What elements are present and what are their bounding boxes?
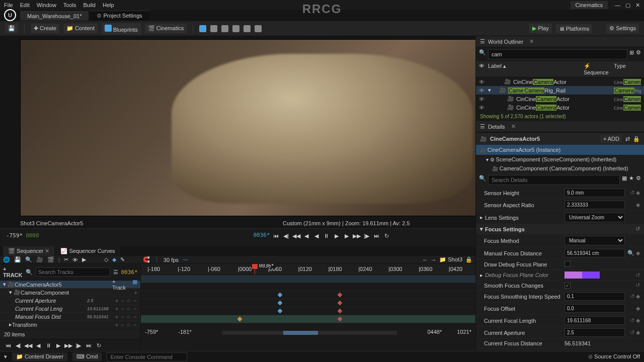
step-fwd-key-icon[interactable]: |▶ [363, 232, 371, 240]
seq-nav-fwd-icon[interactable]: → [431, 257, 436, 263]
lane-actor[interactable] [141, 275, 475, 283]
menu-edit[interactable]: Edit [20, 2, 30, 8]
blueprints-button[interactable]: Blueprints [102, 23, 141, 34]
outliner-search-input[interactable] [488, 49, 627, 59]
content-drawer-button[interactable]: 📁 Content Drawer [12, 352, 67, 361]
grid-icon[interactable]: ▦ [622, 175, 627, 185]
seq-step-back-icon[interactable]: ◀◀ [24, 341, 32, 349]
brush-icon[interactable] [255, 25, 262, 32]
details-browse-icon[interactable]: ⇄ [625, 136, 630, 142]
cmd-button[interactable]: ⌨ Cmd [72, 352, 102, 361]
seq-render-icon[interactable]: 🎬 [47, 256, 54, 263]
prev-frame-icon[interactable]: ◀ [302, 232, 310, 240]
source-control-status[interactable]: ⊘ Source Control Off [588, 353, 640, 360]
seq-filter-icon[interactable]: ☰ [113, 269, 118, 276]
play-reverse-icon[interactable]: ◀ [312, 232, 320, 240]
sensor-ar-input[interactable] [565, 201, 625, 209]
content-button[interactable]: 📁 Content [63, 24, 98, 33]
timeline-ruler[interactable]: |-180|-120|-060 |0000|0060|0120 |0180|02… [141, 264, 475, 275]
window-minimize-icon[interactable]: — [615, 2, 620, 8]
output-log-icon[interactable]: ▾ [4, 353, 7, 360]
tab-project-settings[interactable]: ⚙ Project Settings [90, 11, 149, 21]
debug-color-swatch[interactable] [565, 272, 600, 279]
outliner-tab[interactable]: ☰ World Outliner✕ [476, 36, 644, 47]
seq-key-icon[interactable]: ✂ [64, 256, 68, 263]
seq-autokey-icon[interactable]: ◇ [104, 256, 108, 263]
star-icon[interactable]: ★ [629, 175, 634, 185]
create-button[interactable]: ✚ Create [31, 24, 59, 33]
smooth-focus-checkbox[interactable] [565, 283, 571, 289]
seq-scrollbar[interactable] [222, 331, 397, 335]
lane-transform[interactable] [141, 315, 475, 323]
outliner-row[interactable]: 👁▾🎥CameCameraRig_RailCameraRig_ [476, 86, 644, 95]
tab-sequencer[interactable]: 🎬 Sequencer ✕ [3, 246, 54, 256]
close-icon[interactable]: ✕ [529, 38, 534, 45]
seq-magnet-icon[interactable]: 🧲 [143, 256, 150, 263]
add-component-button[interactable]: + ADD [600, 135, 622, 143]
seq-goto-start-icon[interactable]: ⏮ [4, 341, 12, 349]
component-scene[interactable]: ▾ ⚙ SceneComponent (SceneComponent) (Inh… [476, 155, 644, 164]
fracture-icon[interactable] [244, 25, 251, 32]
aperture-input[interactable] [565, 328, 625, 337]
seq-step-fwd-key-icon[interactable]: |▶ [74, 341, 83, 349]
manual-focus-input[interactable] [565, 249, 625, 257]
tab-level[interactable]: Main_Warehouse_01* [20, 11, 89, 21]
seq-step-back-key-icon[interactable]: ◀| [14, 341, 22, 349]
mesh-paint-icon[interactable] [232, 25, 239, 32]
step-back-icon[interactable]: ◀◀ [292, 232, 300, 240]
menu-cinematics[interactable]: Cinematics [571, 1, 608, 9]
save-button[interactable]: 💾 [5, 24, 18, 33]
seq-nav-back-icon[interactable]: ← [422, 257, 428, 263]
select-mode-icon[interactable] [199, 25, 206, 32]
outliner-type-header[interactable]: Type [614, 63, 641, 75]
outliner-add-icon[interactable]: ⊞ [629, 49, 634, 59]
seq-loop-icon[interactable]: ↻ [95, 341, 103, 349]
outliner-row[interactable]: 👁🎥CinCineCameraActorCineCamera [476, 77, 644, 86]
lane-aperture[interactable] [141, 291, 475, 299]
seq-prev-frame-icon[interactable]: ◀ [34, 341, 42, 349]
track-actor[interactable]: ▾ 🎥 CineCameraActor5 + Track ▦ [0, 281, 140, 289]
menu-tools[interactable]: Tools [63, 2, 76, 8]
pause-icon[interactable]: ⏸ [323, 232, 331, 240]
gear-icon[interactable]: ⚙ [636, 175, 641, 185]
visibility-header-icon[interactable]: 👁 [479, 63, 488, 75]
close-icon[interactable]: ✕ [511, 123, 516, 130]
step-back-key-icon[interactable]: ◀| [282, 232, 290, 240]
seq-goto-end-icon[interactable]: ⏭ [85, 341, 93, 349]
seq-eye-icon[interactable]: 👁 [72, 257, 78, 263]
menu-help[interactable]: Help [103, 2, 114, 8]
step-fwd-icon[interactable]: ▶▶ [353, 232, 361, 240]
outliner-label-header[interactable]: Label ▴ [488, 63, 584, 75]
seq-save-icon[interactable]: 💾 [14, 256, 21, 263]
seq-edit-icon[interactable]: ✎ [120, 256, 125, 263]
seq-curve-icon[interactable]: 〰 [183, 257, 188, 263]
ue-logo-icon[interactable]: U [4, 9, 16, 21]
playhead[interactable] [255, 264, 255, 275]
track-camera-component[interactable]: ▾ 🎥 CameraComponent+ [0, 289, 140, 297]
goto-start-icon[interactable]: ⏮ [272, 232, 280, 240]
outliner-row[interactable]: 👁🎥CinCineCameraActorCineCamera [476, 95, 644, 103]
focal-length-input[interactable] [565, 316, 625, 325]
next-frame-icon[interactable]: ▶ [343, 232, 351, 240]
component-camera[interactable]: 🎥 CameraComponent (CameraComponent) (Inh… [476, 164, 644, 173]
lens-select[interactable]: Universal Zoom [565, 213, 625, 222]
seq-search-input[interactable] [36, 267, 110, 277]
add-track-button[interactable]: + TRACK [3, 266, 23, 278]
console-input[interactable] [107, 352, 187, 361]
platforms-button[interactable]: 🖥 Platforms [556, 24, 593, 33]
seq-shot-folder[interactable]: 📁 Shot3 [439, 256, 462, 263]
cinematics-button[interactable]: 🎬 Cinematics [145, 24, 187, 33]
track-focal-length[interactable]: Current Focal Leng19.611168+ ← ○ → [0, 305, 140, 313]
tab-sequencer-curves[interactable]: 📈 Sequencer Curves [55, 246, 120, 256]
play-button[interactable]: ▶ Play [529, 24, 551, 33]
details-search-input[interactable] [488, 175, 620, 185]
focus-offset-input[interactable] [565, 304, 625, 313]
settings-button[interactable]: ⚙ Settings [606, 24, 639, 33]
seq-camera-icon[interactable]: 🎥 [36, 256, 43, 263]
play-forward-icon[interactable]: ▶ [333, 232, 341, 240]
landscape-icon[interactable] [210, 25, 217, 32]
seq-next-frame-icon[interactable]: ▶ [54, 341, 62, 349]
menu-build[interactable]: Build [84, 2, 96, 8]
focus-method-select[interactable]: Manual [565, 236, 625, 245]
outliner-row[interactable]: 👁🎥CinCineCameraActorCineCamera [476, 103, 644, 112]
